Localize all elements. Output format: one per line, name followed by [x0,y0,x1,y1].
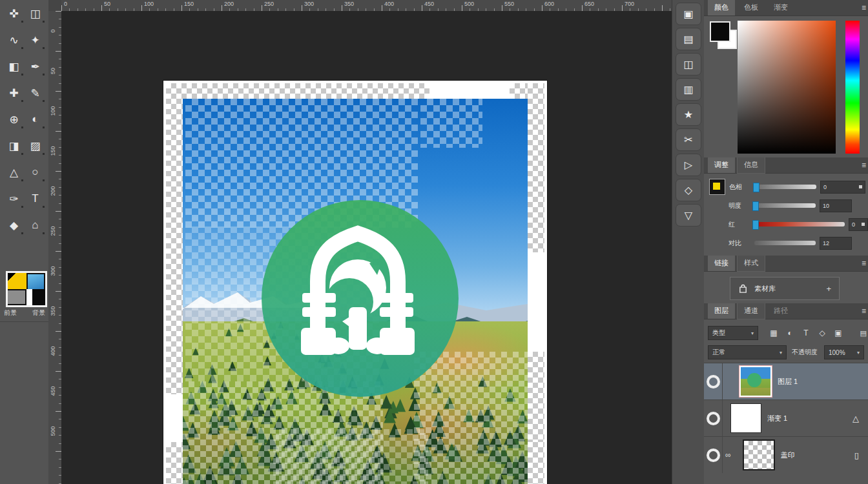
vertical-ruler[interactable]: 050100150200250300350400450500 [48,11,62,484]
ruler-label: 500 [50,425,56,438]
select-subject-button[interactable]: ▷ [676,154,701,176]
slider-track[interactable] [754,222,845,227]
ruler-corner [48,0,62,12]
tab-信息[interactable]: 信息 [738,157,765,173]
slider-track[interactable] [755,185,816,189]
swatch-label-background: 背景 [32,308,45,318]
slider-track[interactable] [754,241,816,245]
cut-button[interactable]: ✂ [676,128,701,151]
panel-menu-icon[interactable]: ≡ [862,307,866,316]
layer-filter-dropdown[interactable]: 类型 ▾ [708,326,758,340]
image-filter-icon[interactable]: ▦ [769,328,779,338]
filter-funnel-button[interactable]: ▽ [676,204,701,227]
blur-tool[interactable]: △ [5,163,24,182]
hue-bar[interactable] [845,21,860,154]
marquee-tool[interactable]: ◫ [26,4,45,23]
history-brush-tool[interactable]: ◐ [26,110,45,129]
layer-thumbnail[interactable] [730,403,761,433]
opacity-label: 不透明度 [792,348,818,357]
slider-handle[interactable] [753,183,760,192]
layers-panel-tabs: 图层通道路径≡ [704,303,868,319]
type-filter-icon[interactable]: T [801,328,811,338]
tab-链接[interactable]: 链接 [708,256,735,271]
visibility-cell[interactable] [704,400,723,436]
layer-thumbnail[interactable] [739,366,772,397]
hand-tool[interactable]: ⌂ [26,216,45,235]
gradient-tool[interactable]: ▨ [26,136,45,156]
shape-filter-icon[interactable]: ◇ [817,328,827,338]
background-color-swatch[interactable] [28,274,44,289]
tab-通道[interactable]: 通道 [738,303,765,319]
slider-value-icon [859,185,862,188]
wand-tool[interactable]: ✦ [26,30,45,50]
artboard-button[interactable]: ▥ [676,78,701,101]
saturation-value-box[interactable] [738,21,836,154]
visibility-cell[interactable] [704,437,723,473]
panel-menu-icon[interactable]: ≡ [862,259,866,268]
smart-filter-icon[interactable]: ▣ [833,328,843,338]
blend-mode-dropdown[interactable]: 正常 ▾ [708,345,787,359]
clone-tool[interactable]: ⊕ [5,110,24,129]
tab-色板[interactable]: 色板 [738,0,765,15]
move-tool[interactable]: ✜ [5,4,24,23]
shape-tool[interactable]: ◆ [5,216,24,235]
foreground-color-swatch[interactable] [8,273,26,289]
document-canvas[interactable] [61,11,672,484]
tab-图层[interactable]: 图层 [708,303,735,319]
layer-filter-icons: ▦◐T◇▣ [769,328,843,338]
adjustment-filter-icon[interactable]: ◐ [785,328,795,338]
brush-tool[interactable]: ✎ [26,83,45,103]
slider-handle[interactable] [752,201,759,211]
opacity-dropdown[interactable]: 100% ▾ [824,345,864,359]
tab-调整[interactable]: 调整 [708,157,735,173]
eyedropper-tool[interactable]: ✒ [26,57,45,76]
crop-canvas-button[interactable]: ▣ [676,3,701,25]
ruler-label: 400 [50,345,56,358]
adjustment-sliders: 色相0明度10红0对比12 [704,174,868,256]
crop-tool[interactable]: ◧ [5,57,24,76]
pen-tool[interactable]: ✑ [5,189,24,208]
landscape-image[interactable] [183,99,528,484]
visibility-cell[interactable] [704,363,723,399]
slider-track[interactable] [754,203,816,208]
slider-value-box[interactable]: 10 [820,199,852,212]
swatch-label-foreground: 前景 [4,308,17,318]
ruler-label: 50 [50,65,56,77]
tab-渐变[interactable]: 渐变 [767,0,794,15]
layer-thumbnail[interactable] [743,439,775,470]
color-panel: 颜色色板渐变≡ [704,0,868,157]
horizontal-ruler[interactable]: 0501001502002503003504004505005506006507… [61,0,672,12]
layer-row[interactable]: 图层 1 [704,363,868,399]
heal-tool[interactable]: ✚ [5,83,24,103]
lasso-tool[interactable]: ∿ [5,30,24,50]
mask-swatch[interactable] [26,289,45,305]
star-button[interactable]: ★ [676,103,701,126]
foreground-color-chip[interactable] [710,21,730,42]
ruler-label: 650 [584,1,594,7]
color-swatch-block[interactable] [6,271,47,307]
slider-value-box[interactable]: 12 [820,237,852,250]
slider-handle[interactable] [752,220,759,230]
panel-menu-icon[interactable]: ≡ [862,3,866,12]
eraser-tool[interactable]: ◨ [5,136,24,156]
logo-circle[interactable] [262,200,459,397]
slider-value-box[interactable]: 0 [820,181,865,194]
mask-button[interactable]: ◇ [676,179,701,201]
slice-button[interactable]: ▤ [676,28,701,50]
ruler-label: 350 [344,1,354,7]
adjustment-swatch[interactable] [709,179,725,195]
dodge-tool[interactable]: ○ [26,163,45,182]
tab-路径[interactable]: 路径 [767,303,794,319]
gray-swatch[interactable] [8,290,25,304]
artboard[interactable] [163,81,547,484]
type-tool[interactable]: T [26,189,45,208]
layer-row[interactable]: ∞盖印▯ [704,436,868,473]
tab-样式[interactable]: 样式 [738,256,765,271]
panel-menu-icon[interactable]: ≡ [862,161,866,170]
layer-row[interactable]: 渐变 1△ [704,399,868,436]
slider-value-box[interactable]: 0 [849,218,868,231]
eye-icon [707,412,720,425]
export-button[interactable]: ◫ [676,53,701,76]
library-button[interactable]: 素材库 + [730,277,840,300]
tab-颜色[interactable]: 颜色 [708,0,735,15]
